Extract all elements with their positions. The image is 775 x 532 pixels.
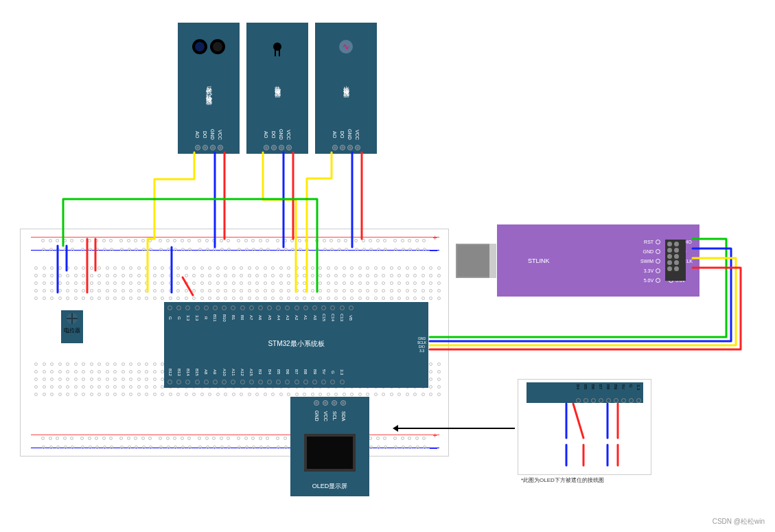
light-sensor-icon: ∿ [339,40,353,54]
oled-pin-sda[interactable] [340,400,346,406]
detail-box: B4B5B6B7B8B95VG3.3 [518,379,651,475]
sensor-label: 热敏传感器 [273,81,282,88]
pin-vcc[interactable] [286,145,292,150]
thermistor-module: 热敏传感器 AO DO GND VCC [246,23,308,154]
oled-pin-scl[interactable] [332,400,337,406]
oled-display: GND VCC SCL SDA OLED显示屏 [290,397,369,496]
detail-note: *此图为OLED下方被遮住的接线图 [521,476,604,532]
detail-wires [518,400,652,476]
pin-ao[interactable] [332,145,338,150]
arrow-icon [395,428,515,429]
sensor-label: 反射式 红外传感器 [205,81,213,95]
ir-receiver-icon [210,39,225,54]
pin-ao[interactable] [264,145,269,150]
stlink-programmer: STLINK RST GND SWIM 3.3V 5.0V SWDIO GND … [456,224,699,297]
pin-vcc[interactable] [218,145,223,150]
mcu-title: STM32最小系统板 [164,339,428,349]
pot-knob-icon[interactable] [67,313,78,324]
stm32-board: GG3.33.3RB11B10B1B0A7A6A5A4A3A2A1A0C15C1… [164,302,428,388]
watermark: CSDN @松松win [713,517,765,527]
photoresistor-module: ∿ 光敏传感器 AO DO GND VCC [315,23,377,154]
pin-vcc[interactable] [355,145,360,150]
thermistor-icon [273,43,281,51]
pin-do[interactable] [203,145,208,150]
ir-sensor-module: 反射式 红外传感器 AO DO GND VCC [178,23,240,154]
potentiometer[interactable]: 电位器 [61,310,83,343]
pin-gnd[interactable] [279,145,284,150]
oled-pin-gnd[interactable] [314,400,319,406]
oled-pin-vcc[interactable] [323,400,328,406]
usb-plug-icon[interactable] [456,244,494,278]
oled-screen [304,434,356,472]
pin-do[interactable] [340,145,345,150]
pin-do[interactable] [271,145,277,150]
pin-gnd[interactable] [210,145,216,150]
stlink-header[interactable] [665,240,686,281]
ir-emitter-icon [192,39,207,54]
pin-gnd[interactable] [347,145,353,150]
pin-ao[interactable] [195,145,200,150]
sensor-label: 光敏传感器 [342,81,351,88]
